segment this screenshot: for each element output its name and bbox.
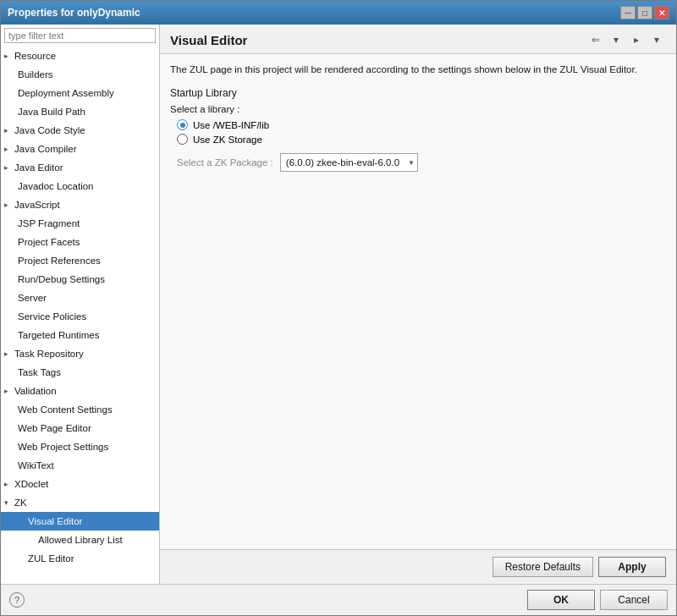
ok-button[interactable]: OK <box>527 590 595 610</box>
tree-arrow-java-compiler: ▸ <box>4 141 13 157</box>
tree-item-targeted-runtimes[interactable]: Targeted Runtimes <box>1 326 159 344</box>
radio-zkstorage-label: Use ZK Storage <box>193 135 262 145</box>
tree-item-java-code-style[interactable]: ▸Java Code Style <box>1 121 159 140</box>
tree-arrow-resource: ▸ <box>4 48 13 63</box>
right-header: Visual Editor ⇐ ▾ ▸ ▾ <box>160 25 676 54</box>
tree-item-web-page-editor[interactable]: Web Page Editor <box>1 419 159 437</box>
properties-dialog: Properties for onlyDynamic ─ □ ✕ ▸Resour… <box>0 0 677 616</box>
tree-item-task-tags[interactable]: Task Tags <box>1 363 159 382</box>
tree-label-server: Server <box>18 290 47 305</box>
tree-label-web-content-settings: Web Content Settings <box>18 402 113 417</box>
zk-package-select[interactable]: (6.0.0) zkee-bin-eval-6.0.0 <box>280 153 418 172</box>
tree-label-javascript: JavaScript <box>14 197 60 212</box>
tree-arrow-javascript: ▸ <box>4 197 13 212</box>
tree-item-service-policies[interactable]: Service Policies <box>1 307 159 326</box>
title-bar-buttons: ─ □ ✕ <box>620 6 669 19</box>
minimize-button[interactable]: ─ <box>620 6 636 19</box>
tree-item-wikitext[interactable]: WikiText <box>1 456 159 475</box>
maximize-button[interactable]: □ <box>637 6 652 19</box>
cancel-button[interactable]: Cancel <box>600 590 668 610</box>
tree-label-service-policies: Service Policies <box>18 309 86 324</box>
footer-buttons: OK Cancel <box>527 590 668 610</box>
zk-package-row: Select a ZK Package : (6.0.0) zkee-bin-e… <box>177 153 666 172</box>
tree-item-java-build-path[interactable]: Java Build Path <box>1 102 159 121</box>
restore-defaults-button[interactable]: Restore Defaults <box>493 557 593 577</box>
tree-item-zk[interactable]: ▾ZK <box>1 493 159 512</box>
dialog-footer: ? OK Cancel <box>1 584 676 615</box>
startup-library-label: Startup Library <box>170 87 666 99</box>
apply-button[interactable]: Apply <box>598 557 666 577</box>
bottom-buttons: Restore Defaults Apply <box>160 549 676 584</box>
forward-button[interactable]: ▸ <box>627 31 646 48</box>
tree-arrow-validation: ▸ <box>4 383 13 399</box>
panel-title: Visual Editor <box>170 33 247 47</box>
tree-item-javascript[interactable]: ▸JavaScript <box>1 195 159 214</box>
zk-package-select-wrapper: (6.0.0) zkee-bin-eval-6.0.0 <box>280 153 418 172</box>
tree-arrow-java-editor: ▸ <box>4 160 13 175</box>
tree-item-run-debug-settings[interactable]: Run/Debug Settings <box>1 270 159 289</box>
back-button[interactable]: ⇐ <box>586 31 605 48</box>
filter-input[interactable] <box>4 28 156 43</box>
tree-label-java-compiler: Java Compiler <box>14 141 77 157</box>
right-content: The ZUL page in this project will be ren… <box>160 54 676 549</box>
tree-item-builders[interactable]: Builders <box>1 65 159 84</box>
tree-label-jsp-fragment: JSP Fragment <box>18 216 80 231</box>
left-panel: ▸ResourceBuildersDeployment AssemblyJava… <box>1 25 160 584</box>
tree-item-web-content-settings[interactable]: Web Content Settings <box>1 400 159 419</box>
tree-label-deployment-assembly: Deployment Assembly <box>18 85 114 101</box>
right-panel: Visual Editor ⇐ ▾ ▸ ▾ The ZUL page in th… <box>160 25 676 584</box>
tree-label-validation: Validation <box>14 383 57 399</box>
tree-item-allowed-library-list[interactable]: Allowed Library List <box>1 531 159 549</box>
tree-label-zk: ZK <box>14 495 27 510</box>
radio-group: Use /WEB-INF/lib Use ZK Storage <box>177 119 666 145</box>
tree-label-project-references: Project References <box>18 253 101 268</box>
close-button[interactable]: ✕ <box>654 6 669 19</box>
tree-label-web-project-settings: Web Project Settings <box>18 439 108 454</box>
tree-item-project-facets[interactable]: Project Facets <box>1 233 159 251</box>
tree-label-targeted-runtimes: Targeted Runtimes <box>18 327 100 343</box>
radio-webinf-label: Use /WEB-INF/lib <box>193 120 269 130</box>
tree-item-validation[interactable]: ▸Validation <box>1 382 159 400</box>
tree-arrow-java-code-style: ▸ <box>4 123 13 138</box>
tree-item-server[interactable]: Server <box>1 289 159 307</box>
tree-arrow-task-repository: ▸ <box>4 346 13 361</box>
tree-label-task-repository: Task Repository <box>14 346 84 361</box>
header-icon-group: ⇐ ▾ ▸ ▾ <box>586 31 666 48</box>
radio-circle-zkstorage <box>177 134 188 145</box>
tree-item-xdoclet[interactable]: ▸XDoclet <box>1 475 159 493</box>
zk-package-label: Select a ZK Package : <box>177 157 273 168</box>
dialog-body: ▸ResourceBuildersDeployment AssemblyJava… <box>1 25 676 584</box>
tree-item-task-repository[interactable]: ▸Task Repository <box>1 344 159 363</box>
tree-item-resource[interactable]: ▸Resource <box>1 47 159 65</box>
tree-label-allowed-library-list: Allowed Library List <box>38 532 123 547</box>
title-bar: Properties for onlyDynamic ─ □ ✕ <box>1 1 676 25</box>
tree-label-java-editor: Java Editor <box>14 160 63 175</box>
radio-zkstorage[interactable]: Use ZK Storage <box>177 134 666 145</box>
radio-circle-webinf <box>177 119 188 130</box>
tree-item-project-references[interactable]: Project References <box>1 251 159 270</box>
tree-label-javadoc-location: Javadoc Location <box>18 179 94 194</box>
tree-label-wikitext: WikiText <box>18 458 54 473</box>
tree-label-zul-editor: ZUL Editor <box>28 551 74 566</box>
select-library-label: Select a library : <box>170 104 666 114</box>
help-button[interactable]: ? <box>9 592 25 608</box>
tree-arrow-xdoclet: ▸ <box>4 476 13 492</box>
tree-item-web-project-settings[interactable]: Web Project Settings <box>1 437 159 456</box>
tree-item-visual-editor[interactable]: Visual Editor <box>1 512 159 531</box>
tree-label-java-code-style: Java Code Style <box>14 123 85 138</box>
view-menu-button[interactable]: ▾ <box>647 31 666 48</box>
tree-label-builders: Builders <box>18 67 53 82</box>
radio-webinf[interactable]: Use /WEB-INF/lib <box>177 119 666 130</box>
tree-label-resource: Resource <box>14 48 56 63</box>
tree-item-jsp-fragment[interactable]: JSP Fragment <box>1 214 159 233</box>
tree-item-java-editor[interactable]: ▸Java Editor <box>1 158 159 177</box>
tree-label-web-page-editor: Web Page Editor <box>18 421 91 436</box>
tree-item-java-compiler[interactable]: ▸Java Compiler <box>1 140 159 158</box>
tree-item-javadoc-location[interactable]: Javadoc Location <box>1 177 159 195</box>
dropdown-arrow-button[interactable]: ▾ <box>607 31 625 48</box>
tree-arrow-zk: ▾ <box>4 495 13 510</box>
tree-item-zul-editor[interactable]: ZUL Editor <box>1 549 159 568</box>
tree-item-deployment-assembly[interactable]: Deployment Assembly <box>1 84 159 102</box>
tree-label-run-debug-settings: Run/Debug Settings <box>18 272 105 287</box>
tree-label-java-build-path: Java Build Path <box>18 104 85 119</box>
